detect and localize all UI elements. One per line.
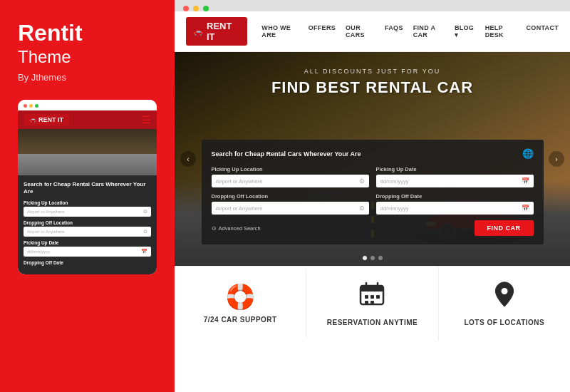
mobile-location-icon-1: ⊙: [143, 209, 147, 215]
pickup-location-label: Picking Up Location: [212, 166, 369, 172]
search-form: Search for Cheap Rental Cars Wherever Yo…: [202, 140, 544, 244]
dropoff-date-label: Dropping Off Date: [376, 193, 534, 200]
svg-rect-14: [370, 295, 374, 299]
browser-dot-yellow[interactable]: [193, 6, 199, 11]
mobile-dot-green: [35, 104, 38, 108]
hero-content: ALL DISCOUNTS JUST FOR YOU FIND BEST REN…: [271, 52, 473, 97]
mobile-top-bar: [18, 100, 157, 110]
nav-contact[interactable]: CONTACT: [527, 24, 559, 38]
desktop-preview: 🚗 RENT IT WHO WE ARE OFFERS OUR CARS FAQ…: [175, 11, 570, 392]
car-support-icon: 🛟: [225, 284, 255, 309]
slider-dot-1[interactable]: [363, 256, 367, 260]
find-car-button[interactable]: FIND CAR: [475, 220, 534, 236]
mobile-field-label-2: Dropping Off Location: [24, 220, 151, 225]
desktop-logo: 🚗 RENT IT: [186, 17, 247, 46]
nav-find-a-car[interactable]: FIND A CAR: [413, 24, 445, 38]
nav-our-cars[interactable]: OUR CARS: [346, 24, 375, 38]
nav-blog[interactable]: BLOG ▾: [455, 24, 475, 38]
mobile-field-pickup-date: Picking Up Date dd/mm/yyyy 📅: [24, 240, 151, 257]
slider-dot-2[interactable]: [370, 256, 375, 260]
hero-arrow-left[interactable]: ‹: [180, 151, 196, 167]
pickup-date-input[interactable]: dd/mm/yyyy 📅: [376, 175, 534, 187]
search-row-1: Picking Up Location Airport or Anywhere …: [212, 166, 534, 187]
desktop-nav: 🚗 RENT IT WHO WE ARE OFFERS OUR CARS FAQ…: [175, 11, 570, 52]
nav-help-desk[interactable]: HELP DESK: [485, 24, 517, 38]
mobile-hero-road: [18, 154, 157, 175]
dropoff-date-input[interactable]: dd/mm/yyyy 📅: [376, 202, 534, 215]
mobile-calendar-icon: 📅: [141, 249, 147, 254]
dropoff-date-icon: 📅: [522, 205, 529, 212]
feature-reservation: RESERVATION ANYTIME: [306, 267, 438, 341]
dropoff-location-input[interactable]: Airport or Anywhere ⊙: [212, 202, 369, 215]
advanced-search-link[interactable]: ⊙ Advanced Search: [212, 225, 261, 232]
nav-who-we-are[interactable]: WHO WE ARE: [261, 24, 298, 38]
pickup-location-icon: ⊙: [359, 177, 365, 185]
mobile-input-1[interactable]: Airport or Anywhere ⊙: [24, 207, 151, 217]
browser-dot-green[interactable]: [203, 6, 209, 11]
svg-rect-13: [365, 295, 368, 299]
mobile-field-label-4: Dropping Off Date: [24, 260, 151, 265]
mobile-hamburger-icon[interactable]: ☰: [142, 115, 151, 125]
nav-faqs[interactable]: FAQS: [385, 24, 403, 38]
pickup-location-input[interactable]: Airport or Anywhere ⊙: [212, 175, 369, 187]
mobile-dot-yellow: [29, 104, 33, 108]
pickup-date-label: Picking Up Date: [376, 166, 534, 172]
pickup-location-field: Picking Up Location Airport or Anywhere …: [212, 166, 369, 187]
globe-icon: 🌐: [522, 148, 534, 159]
search-row-2: Dropping Off Location Airport or Anywher…: [212, 193, 534, 215]
svg-rect-16: [365, 301, 368, 304]
reservation-label: RESERVATION ANYTIME: [327, 319, 418, 326]
desktop-nav-links: WHO WE ARE OFFERS OUR CARS FAQS FIND A C…: [261, 24, 559, 38]
search-form-header: Search for Cheap Rental Cars Wherever Yo…: [212, 148, 534, 159]
search-form-footer: ⊙ Advanced Search FIND CAR: [212, 220, 534, 236]
dropoff-location-label: Dropping Off Location: [212, 193, 369, 200]
locations-icon: [492, 281, 517, 311]
hero-slider-dots: [363, 256, 383, 260]
mobile-logo: 🚗 RENT IT: [24, 114, 69, 125]
pickup-date-field: Picking Up Date dd/mm/yyyy 📅: [376, 166, 534, 187]
mobile-input-2[interactable]: Airport or Anywhere ⊙: [24, 227, 151, 237]
feature-car-support: 🛟 7/24 CAR SUPPORT: [175, 270, 306, 338]
mobile-field-picking-up: Picking Up Location Airport or Anywhere …: [24, 200, 151, 217]
mobile-field-label-1: Picking Up Location: [24, 200, 151, 205]
mobile-preview: 🚗 RENT IT ☰ Search for Cheap Rental Cars…: [18, 100, 157, 274]
dropoff-location-field: Dropping Off Location Airport or Anywher…: [212, 193, 369, 215]
mobile-nav: 🚗 RENT IT ☰: [18, 110, 157, 129]
mobile-search-title: Search for Cheap Rental Cars Wherever Yo…: [24, 181, 151, 196]
mobile-search-section: Search for Cheap Rental Cars Wherever Yo…: [18, 175, 157, 274]
svg-point-18: [501, 288, 507, 294]
mobile-hero: [18, 129, 157, 175]
brand-name: Rentit: [18, 21, 157, 44]
dropoff-location-icon: ⊙: [359, 205, 365, 212]
locations-label: LOTS OF LOCATIONS: [464, 319, 544, 326]
slider-dot-3[interactable]: [378, 256, 383, 260]
feature-locations: LOTS OF LOCATIONS: [439, 267, 570, 341]
reservation-icon: [358, 281, 385, 311]
browser-chrome: [175, 0, 570, 11]
mobile-field-label-3: Picking Up Date: [24, 240, 151, 245]
right-panel: 🚗 RENT IT WHO WE ARE OFFERS OUR CARS FAQ…: [175, 0, 570, 392]
brand-by: By Jthemes: [18, 72, 157, 83]
svg-rect-17: [370, 301, 374, 304]
mobile-location-icon-2: ⊙: [143, 229, 147, 234]
mobile-dot-red: [24, 104, 27, 108]
hero-arrow-right[interactable]: ›: [549, 151, 564, 167]
browser-dot-red[interactable]: [183, 6, 189, 11]
brand-theme: Theme: [18, 47, 157, 68]
svg-rect-15: [376, 295, 380, 299]
features-section: 🛟 7/24 CAR SUPPORT: [175, 266, 570, 341]
left-panel: Rentit Theme By Jthemes 🚗 RENT IT ☰ Sear…: [0, 0, 175, 392]
pickup-date-icon: 📅: [522, 177, 529, 185]
desktop-car-icon: 🚗: [193, 27, 203, 36]
nav-offers[interactable]: OFFERS: [309, 24, 336, 38]
hero-title: FIND BEST RENTAL CAR: [271, 78, 473, 97]
svg-rect-10: [361, 286, 383, 292]
search-form-title: Search for Cheap Rental Cars Wherever Yo…: [212, 150, 361, 158]
mobile-field-dropping-off: Dropping Off Location Airport or Anywher…: [24, 220, 151, 237]
mobile-input-3[interactable]: dd/mm/yyyy 📅: [24, 247, 151, 257]
desktop-hero: ALL DISCOUNTS JUST FOR YOU FIND BEST REN…: [175, 52, 570, 266]
dropoff-date-field: Dropping Off Date dd/mm/yyyy 📅: [376, 193, 534, 215]
car-support-label: 7/24 CAR SUPPORT: [204, 316, 277, 324]
mobile-field-dropoff-date: Dropping Off Date: [24, 260, 151, 265]
mobile-window-controls: [24, 104, 38, 108]
